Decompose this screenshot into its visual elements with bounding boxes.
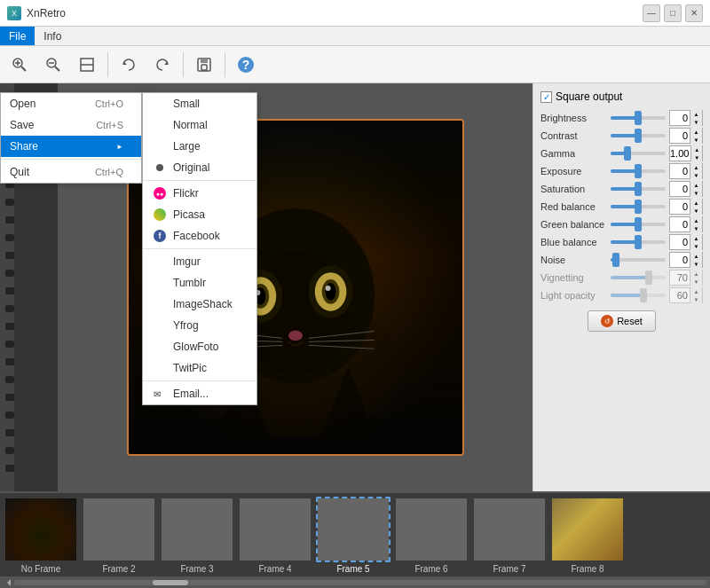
thumbnail-item[interactable]: Frame 4 (238, 497, 312, 574)
share-large-item[interactable]: Large (143, 136, 256, 157)
app-icon: X (7, 6, 21, 20)
spin-down-contrast[interactable]: ▼ (690, 136, 702, 144)
slider-thumb-gamma[interactable] (624, 146, 631, 161)
thumbnail-item[interactable]: Frame 6 (394, 497, 469, 574)
share-flickr-item[interactable]: ●● Flickr (143, 183, 256, 204)
thumbnail-item[interactable]: No Frame (4, 497, 78, 574)
file-menu-item[interactable]: File (0, 27, 35, 45)
spinbox-brightness[interactable]: 0 ▲ ▼ (669, 110, 703, 126)
info-menu-item[interactable]: Info (35, 27, 70, 45)
spin-up-gamma[interactable]: ▲ (690, 145, 702, 153)
thumbnail-item[interactable]: Frame 2 (82, 497, 156, 574)
spin-up-red-balance[interactable]: ▲ (690, 199, 702, 207)
zoom-in-button[interactable] (4, 49, 36, 81)
spinbox-exposure[interactable]: 0 ▲ ▼ (669, 163, 703, 179)
fit-button[interactable] (71, 49, 103, 81)
share-glowfoto-item[interactable]: GlowFoto (143, 336, 256, 357)
file-share-item[interactable]: Share ► (1, 136, 141, 157)
thumb-image (83, 498, 154, 561)
rotate-right-button[interactable] (146, 49, 178, 81)
share-picasa-item[interactable]: Picasa (143, 204, 256, 225)
spin-down-gamma[interactable]: ▼ (690, 153, 702, 161)
slider-track-exposure[interactable] (611, 169, 666, 173)
thumbnail-item[interactable]: Frame 8 (550, 497, 625, 574)
share-imgur-item[interactable]: Imgur (143, 251, 256, 272)
share-normal-item[interactable]: Normal (143, 114, 256, 136)
share-separator-2 (143, 248, 256, 249)
scrollbar[interactable] (0, 576, 710, 588)
spinbox-red-balance[interactable]: 0 ▲ ▼ (669, 199, 703, 215)
thumbnail-item[interactable]: Frame 7 (472, 497, 547, 574)
slider-thumb-saturation[interactable] (635, 182, 642, 196)
spin-up-exposure[interactable]: ▲ (690, 163, 702, 171)
spinbox-contrast[interactable]: 0 ▲ ▼ (669, 128, 703, 144)
spin-up-saturation[interactable]: ▲ (690, 181, 702, 189)
spin-down-green-balance[interactable]: ▼ (690, 224, 702, 232)
slider-track-green-balance[interactable] (611, 223, 666, 226)
scroll-thumb[interactable] (153, 580, 188, 585)
spin-up-green-balance[interactable]: ▲ (690, 216, 702, 224)
spin-down-brightness[interactable]: ▼ (690, 118, 702, 126)
slider-track-noise[interactable] (611, 258, 666, 262)
slider-thumb-noise[interactable] (612, 253, 619, 267)
slider-row-gamma: Gamma 1.00 ▲ ▼ (540, 145, 703, 162)
share-original-item[interactable]: Original (143, 157, 256, 178)
slider-thumb-contrast[interactable] (635, 129, 642, 143)
file-open-item[interactable]: Open Ctrl+O (1, 93, 141, 114)
slider-track-saturation[interactable] (611, 187, 666, 191)
slider-track-brightness[interactable] (611, 116, 666, 120)
spin-down-exposure[interactable]: ▼ (690, 171, 702, 179)
spin-up-noise[interactable]: ▲ (690, 252, 702, 260)
slider-thumb-green-balance[interactable] (635, 217, 642, 231)
svg-marker-39 (7, 579, 11, 586)
share-twitpic-item[interactable]: TwitPic (143, 357, 256, 379)
slider-thumb-brightness[interactable] (635, 111, 642, 125)
save-button[interactable] (188, 49, 220, 81)
spin-up-blue-balance[interactable]: ▲ (690, 234, 702, 242)
share-tumblr-item[interactable]: Tumblr (143, 272, 256, 294)
spinbox-noise[interactable]: 0 ▲ ▼ (669, 252, 703, 268)
slider-label-gamma: Gamma (540, 148, 607, 159)
reset-button[interactable]: ↺ Reset (588, 310, 656, 332)
spin-up-vignetting: ▲ (690, 270, 702, 278)
thumbnail-item[interactable]: Frame 3 (160, 497, 234, 574)
minimize-button[interactable]: — (643, 4, 660, 22)
thumbnail-item[interactable]: Frame 5 (316, 497, 390, 574)
zoom-out-button[interactable] (37, 49, 69, 81)
share-small-item[interactable]: Small (143, 93, 256, 114)
spin-down-blue-balance[interactable]: ▼ (690, 242, 702, 250)
scroll-track[interactable] (14, 580, 706, 585)
slider-thumb-red-balance[interactable] (635, 200, 642, 214)
slider-thumb-exposure[interactable] (635, 164, 642, 178)
spin-up-contrast[interactable]: ▲ (690, 128, 702, 136)
spinbox-green-balance[interactable]: 0 ▲ ▼ (669, 216, 703, 232)
help-button[interactable]: ? (230, 49, 262, 81)
slider-track-contrast[interactable] (611, 134, 666, 137)
square-output-checkbox[interactable]: ✓ (540, 91, 552, 103)
slider-row-vignetting: Vignetting 70 ▲ ▼ (540, 269, 703, 286)
file-save-item[interactable]: Save Ctrl+S (1, 114, 141, 136)
slider-track-blue-balance[interactable] (611, 240, 666, 244)
spin-down-saturation[interactable]: ▼ (690, 189, 702, 197)
maximize-button[interactable]: □ (664, 4, 682, 22)
spinbox-saturation[interactable]: 0 ▲ ▼ (669, 181, 703, 197)
share-yfrog-item[interactable]: Yfrog (143, 315, 256, 336)
spinbox-blue-balance[interactable]: 0 ▲ ▼ (669, 234, 703, 250)
share-facebook-item[interactable]: f Facebook (143, 225, 256, 247)
file-quit-item[interactable]: Quit Ctrl+Q (1, 161, 141, 183)
rotate-left-button[interactable] (113, 49, 145, 81)
slider-track-gamma[interactable] (611, 152, 666, 155)
share-email-item[interactable]: ✉ Email... (143, 383, 256, 404)
thumb-image (162, 498, 233, 561)
spin-up-brightness[interactable]: ▲ (690, 110, 702, 118)
scroll-left-icon[interactable] (4, 577, 14, 588)
slider-thumb-blue-balance[interactable] (635, 235, 642, 249)
share-imageshack-item[interactable]: ImageShack (143, 294, 256, 315)
spin-down-noise[interactable]: ▼ (690, 260, 702, 268)
spin-down-red-balance[interactable]: ▼ (690, 207, 702, 215)
thumb-label: Frame 2 (102, 564, 135, 574)
close-button[interactable]: ✕ (685, 4, 703, 22)
slider-track-red-balance[interactable] (611, 205, 666, 208)
spin-value-light-opacity: 60 (670, 290, 690, 301)
spinbox-gamma[interactable]: 1.00 ▲ ▼ (669, 145, 703, 161)
